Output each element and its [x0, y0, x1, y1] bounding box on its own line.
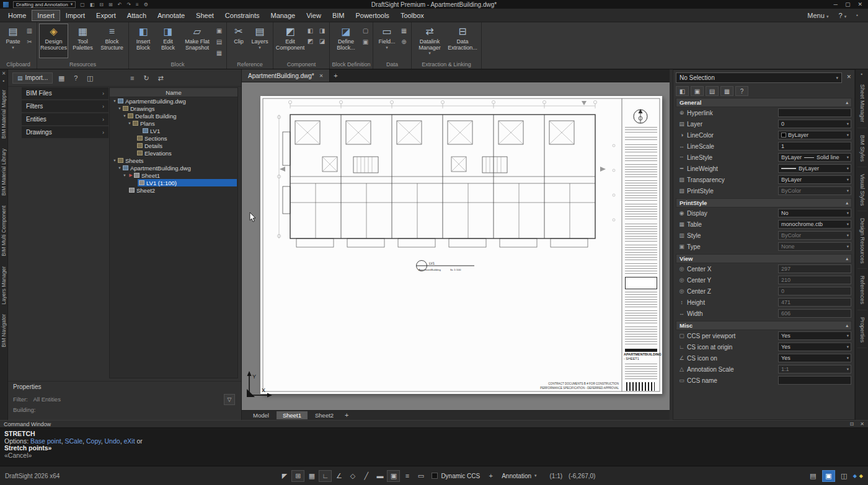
properties-header[interactable]: Properties	[13, 383, 236, 390]
refresh-icon[interactable]: ↻	[141, 72, 152, 84]
tree-node[interactable]: ▾ApartmentBuilding.dwg	[110, 164, 237, 172]
menu-import[interactable]: Import	[60, 10, 91, 21]
menu-dropdown[interactable]: Menu ▾	[807, 12, 828, 19]
lineweight-icon[interactable]: ▬	[373, 470, 386, 482]
tab-model[interactable]: Model	[247, 411, 275, 419]
select-set-icon[interactable]: ▣	[691, 86, 704, 96]
style-select[interactable]: ByColor▾	[778, 231, 851, 240]
menu-home[interactable]: Home	[2, 10, 32, 21]
tree-node[interactable]: ▾▶Sheet1	[110, 172, 237, 179]
block-attributes-icon[interactable]: ▣	[214, 26, 224, 35]
pin-icon[interactable]: ▪	[856, 12, 858, 19]
ortho-icon[interactable]: ∟	[319, 470, 332, 482]
menu-bim[interactable]: BIM	[327, 10, 350, 21]
cs-origin-select[interactable]: Yes▾	[778, 343, 851, 351]
tab-bim-material-mapper[interactable]: BIM Material Mapper	[0, 85, 7, 143]
new-file-icon[interactable]: ▢	[80, 2, 85, 7]
printstyle-select[interactable]: ByColor▾	[778, 186, 851, 195]
section-header-misc[interactable]: Misc▴	[676, 321, 852, 330]
tree-node[interactable]: Sections	[110, 134, 237, 142]
linecolor-select[interactable]: ByLayer▾	[778, 131, 851, 139]
pin-icon[interactable]: ▪	[3, 78, 5, 84]
document-tab[interactable]: ApartmentBuilding.dwg* ✕	[242, 69, 330, 82]
section-filters[interactable]: Filters›	[22, 100, 108, 112]
etrack-icon[interactable]: ╱	[360, 470, 373, 482]
option-scale[interactable]: SCale	[65, 437, 83, 445]
attribute-define-icon[interactable]: ▢	[360, 26, 371, 35]
image-icon[interactable]: ▦	[56, 72, 67, 84]
new-document-icon[interactable]: +	[330, 71, 341, 81]
quick-input-icon[interactable]: ≡	[401, 470, 414, 482]
pointer-select-icon[interactable]: ◤	[278, 470, 291, 482]
add-scale-icon[interactable]: +	[484, 470, 497, 482]
menu-powertools[interactable]: Powertools	[350, 10, 394, 21]
tree-node[interactable]: LV1	[110, 127, 237, 134]
option-base-point[interactable]: Base point	[30, 437, 61, 445]
polar-icon[interactable]: ∠	[332, 470, 345, 482]
attribute-edit-icon[interactable]: ▣	[360, 37, 371, 46]
drawing-canvas[interactable]: LV1 ApartmentBuilding Sc 1:100 CONTRACT …	[242, 82, 670, 410]
ccs-viewport-select[interactable]: Yes▾	[778, 331, 851, 340]
customize-icon[interactable]: ▦	[720, 86, 733, 96]
close-tab-icon[interactable]: ✕	[319, 73, 324, 79]
close-icon[interactable]: ✕	[2, 71, 6, 77]
option-exit[interactable]: eXit	[123, 437, 135, 445]
alert-icon[interactable]: ◆	[859, 473, 863, 479]
linescale-field[interactable]: 1	[778, 142, 851, 151]
hyperlink-field[interactable]	[778, 108, 851, 117]
tree-column-header[interactable]: Name	[110, 88, 237, 97]
snap-icon[interactable]: ⊞	[291, 470, 304, 482]
tree-node[interactable]: Elevations	[110, 149, 237, 157]
menu-sheet[interactable]: Sheet	[190, 10, 219, 21]
menu-manage[interactable]: Manage	[265, 10, 301, 21]
field-button[interactable]: ▭ Field... ▾	[375, 24, 399, 58]
copy-icon[interactable]: ▥	[24, 26, 35, 35]
section-header-printstyle[interactable]: PrintStyle▴	[676, 198, 852, 208]
lineweight-select[interactable]: ByLayer▾	[778, 164, 851, 173]
notification-icon[interactable]: ◆	[853, 473, 857, 479]
design-resources-button[interactable]: ◈ Design Resources	[39, 24, 68, 58]
tab-sheet1[interactable]: Sheet1	[277, 411, 308, 419]
tab-bim-styles[interactable]: BIM Styles	[857, 130, 867, 167]
sheet-paper[interactable]: LV1 ApartmentBuilding Sc 1:100 CONTRACT …	[260, 96, 662, 394]
datalink-manager-button[interactable]: ⇄ Datalink Manager ▾	[414, 24, 446, 58]
component-update-icon[interactable]: ◪	[317, 37, 327, 46]
tree-node-selected[interactable]: LV1 (1:100)	[110, 179, 237, 186]
tree-node[interactable]: ▾Sheets	[110, 157, 237, 164]
block-editor-icon[interactable]: ▤	[214, 37, 224, 46]
tree-node[interactable]: ▾Drawings	[110, 105, 237, 112]
insert-block-button[interactable]: ◧ Insert Block	[131, 24, 156, 58]
section-header-view[interactable]: View▴	[676, 254, 852, 263]
tab-bim-material-library[interactable]: BIM Material Library	[0, 144, 7, 200]
save-icon[interactable]: ⊟	[99, 2, 104, 7]
properties-icon[interactable]: ≡	[136, 2, 139, 7]
component-link-icon[interactable]: ◩	[305, 37, 316, 46]
tab-design-resources[interactable]: Design Resources	[857, 213, 867, 269]
data-extraction-button[interactable]: ⊟ Data Extraction...	[446, 24, 479, 58]
redo-icon[interactable]: ↷	[126, 2, 131, 7]
selection-combo[interactable]: No Selection ▾	[676, 72, 842, 83]
quick-select-icon[interactable]: ◧	[676, 86, 689, 96]
workspace-selector[interactable]: Drafting and Annotation ▾	[13, 1, 76, 8]
import-button[interactable]: ▤ Import...	[12, 72, 53, 84]
cs-icon-on-select[interactable]: Yes▾	[778, 354, 851, 362]
option-copy[interactable]: Copy	[86, 437, 101, 445]
tool-palettes-button[interactable]: ▦ Tool Palettes	[68, 24, 97, 58]
panel-toggle-icon[interactable]: ◫	[84, 72, 95, 84]
define-block-button[interactable]: ◪ Define Block...	[332, 24, 360, 58]
hyperlink-icon[interactable]: ⊕	[399, 37, 409, 46]
match-properties-icon[interactable]: ▤	[706, 86, 719, 96]
tree-node[interactable]: ▾Plans	[110, 120, 237, 127]
section-entities[interactable]: Entities›	[22, 113, 108, 125]
menu-view[interactable]: View	[301, 10, 327, 21]
tab-layers-manager[interactable]: Layers Manager	[0, 262, 7, 308]
isolate-icon[interactable]: ▣	[822, 470, 835, 482]
pin-icon[interactable]: ▪	[861, 71, 863, 77]
menu-attach[interactable]: Attach	[122, 10, 152, 21]
workspace-icon[interactable]: ▤	[807, 470, 820, 482]
dynamic-ccs-button[interactable]: Dynamic CCS	[427, 471, 484, 481]
type-select[interactable]: None▾	[778, 242, 851, 251]
tree-node[interactable]: Details	[110, 142, 237, 149]
settings-icon[interactable]: ⚙	[144, 2, 148, 7]
tree-node[interactable]: ▾Default Building	[110, 112, 237, 120]
